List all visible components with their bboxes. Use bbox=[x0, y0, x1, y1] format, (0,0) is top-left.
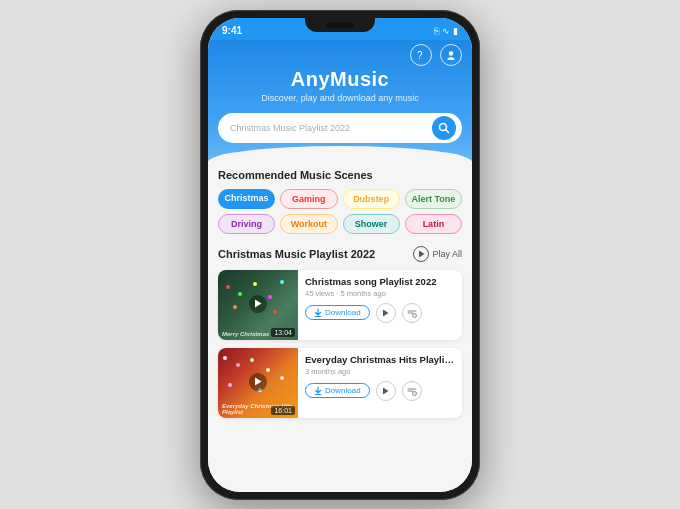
svg-line-4 bbox=[446, 129, 449, 132]
play-all-button[interactable]: Play All bbox=[413, 246, 462, 262]
bluetooth-icon: ⎘ bbox=[434, 26, 439, 36]
song-thumb-1: Merry Christmas 13:04 bbox=[218, 270, 298, 340]
song2-title: Everyday Christmas Hits Playlist 2022 - … bbox=[305, 354, 456, 365]
svg-marker-5 bbox=[419, 250, 425, 257]
chip-alert-tone[interactable]: Alert Tone bbox=[405, 189, 462, 209]
song2-add-queue-button[interactable]: + bbox=[402, 381, 422, 401]
svg-text:?: ? bbox=[417, 50, 423, 60]
song1-meta: 45 views · 5 months ago bbox=[305, 289, 456, 298]
play-all-circle-icon bbox=[413, 246, 429, 262]
recommended-title: Recommended Music Scenes bbox=[218, 169, 462, 181]
playlist-title: Christmas Music Playlist 2022 bbox=[218, 248, 375, 260]
song1-duration: 13:04 bbox=[271, 328, 295, 337]
status-icons: ⎘ ∿ ▮ bbox=[434, 26, 458, 36]
battery-icon: ▮ bbox=[453, 26, 458, 36]
phone-frame: 9:41 ⎘ ∿ ▮ ? bbox=[200, 10, 480, 500]
song1-thumb-label: Merry Christmas bbox=[222, 331, 269, 337]
song2-actions: Download + bbox=[305, 381, 456, 401]
song1-download-button[interactable]: Download bbox=[305, 305, 370, 320]
song-thumb-2: Everyday Christmas Hits Playlist 16:01 bbox=[218, 348, 298, 418]
chip-workout[interactable]: Workout bbox=[280, 214, 337, 234]
app-title: AnyMusic bbox=[218, 68, 462, 91]
song2-play-button[interactable] bbox=[376, 381, 396, 401]
help-button[interactable]: ? bbox=[410, 44, 432, 66]
phone-screen: 9:41 ⎘ ∿ ▮ ? bbox=[208, 18, 472, 492]
song2-play-icon bbox=[249, 373, 267, 391]
song2-download-button[interactable]: Download bbox=[305, 383, 370, 398]
song-card-1: Merry Christmas 13:04 Christmas song Pla… bbox=[218, 270, 462, 340]
song1-play-icon bbox=[249, 295, 267, 313]
notch bbox=[305, 18, 375, 32]
song1-add-queue-button[interactable]: + bbox=[402, 303, 422, 323]
song2-meta: 3 months ago bbox=[305, 367, 456, 376]
chip-latin[interactable]: Latin bbox=[405, 214, 462, 234]
svg-marker-6 bbox=[255, 300, 262, 308]
content-area: Recommended Music Scenes Christmas Gamin… bbox=[208, 161, 472, 492]
svg-marker-13 bbox=[383, 387, 389, 394]
chip-shower[interactable]: Shower bbox=[343, 214, 400, 234]
header-top-row: ? bbox=[218, 44, 462, 68]
song1-title: Christmas song Playlist 2022 bbox=[305, 276, 456, 287]
svg-point-2 bbox=[448, 57, 455, 60]
header-section: ? AnyMusic Discover, play and download a… bbox=[208, 40, 472, 161]
search-input[interactable]: Christmas Music Playlist 2022 bbox=[230, 123, 432, 133]
song1-info: Christmas song Playlist 2022 45 views · … bbox=[298, 270, 462, 329]
song-card-2: Everyday Christmas Hits Playlist 16:01 E… bbox=[218, 348, 462, 418]
chip-christmas[interactable]: Christmas bbox=[218, 189, 275, 209]
song2-info: Everyday Christmas Hits Playlist 2022 - … bbox=[298, 348, 462, 407]
playlist-header: Christmas Music Playlist 2022 Play All bbox=[218, 246, 462, 262]
wifi-icon: ∿ bbox=[442, 26, 450, 36]
chip-driving[interactable]: Driving bbox=[218, 214, 275, 234]
chips-grid: Christmas Gaming Dubstep Alert Tone Driv… bbox=[218, 189, 462, 234]
chip-dubstep[interactable]: Dubstep bbox=[343, 189, 400, 209]
chip-gaming[interactable]: Gaming bbox=[280, 189, 337, 209]
svg-marker-8 bbox=[383, 309, 389, 316]
song1-actions: Download + bbox=[305, 303, 456, 323]
header-wave bbox=[208, 146, 472, 162]
song2-duration: 16:01 bbox=[271, 406, 295, 415]
app-subtitle: Discover, play and download any music bbox=[218, 93, 462, 103]
search-button[interactable] bbox=[432, 116, 456, 140]
svg-marker-11 bbox=[255, 378, 262, 386]
song1-play-button[interactable] bbox=[376, 303, 396, 323]
status-time: 9:41 bbox=[222, 25, 242, 36]
svg-text:+: + bbox=[413, 313, 415, 317]
profile-button[interactable] bbox=[440, 44, 462, 66]
svg-point-1 bbox=[449, 51, 453, 55]
search-bar[interactable]: Christmas Music Playlist 2022 bbox=[218, 113, 462, 143]
svg-text:+: + bbox=[413, 391, 415, 395]
